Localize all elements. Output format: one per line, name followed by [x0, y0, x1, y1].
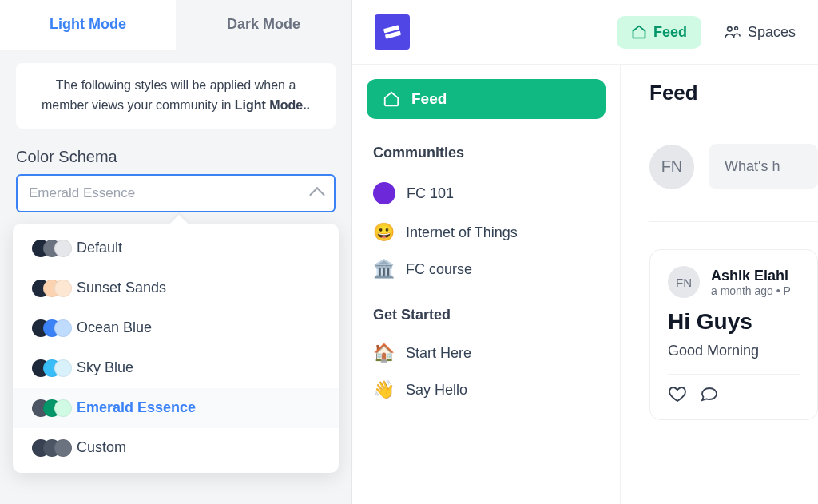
option-label: Default: [77, 240, 122, 256]
get-started-label: Start Here: [406, 345, 471, 362]
color-option-emerald-essence[interactable]: Emerald Essence: [13, 388, 339, 428]
preview-panel: Feed Spaces Feed Communities FC 101😀Inte…: [352, 0, 818, 504]
option-label: Sky Blue: [77, 359, 133, 376]
theme-editor-panel: Light Mode Dark Mode The following style…: [0, 0, 352, 504]
swatch: [54, 359, 72, 377]
post-header: FN Ashik Elahi a month ago • P: [668, 266, 800, 298]
get-started-item[interactable]: 👋Say Hello: [367, 371, 606, 408]
get-started-emoji-icon: 🏠: [373, 344, 395, 362]
get-started-list: 🏠Start Here👋Say Hello: [367, 335, 606, 408]
comment-icon[interactable]: [700, 384, 719, 403]
chevron-up-icon: [309, 187, 325, 203]
color-option-default[interactable]: Default: [13, 228, 339, 268]
post-body: Good Morning: [668, 343, 800, 359]
app-logo[interactable]: [375, 14, 410, 50]
mode-tabs: Light Mode Dark Mode: [0, 0, 351, 50]
post-card[interactable]: FN Ashik Elahi a month ago • P Hi Guys G…: [649, 249, 818, 420]
composer-placeholder[interactable]: What's h: [709, 144, 818, 189]
option-label: Sunset Sands: [77, 280, 166, 296]
community-item[interactable]: 😀Internet of Things: [367, 214, 606, 251]
preview-main: Feed FN What's h FN Ashik Elahi a month …: [621, 65, 818, 504]
header-spaces-label: Spaces: [748, 24, 796, 41]
tab-light-mode[interactable]: Light Mode: [0, 0, 176, 50]
svg-point-2: [728, 27, 733, 32]
heart-icon[interactable]: [668, 384, 687, 403]
community-emoji-icon: 🏛️: [373, 260, 395, 278]
swatch: [54, 399, 72, 417]
swatch-group: [32, 319, 66, 337]
swatch: [54, 240, 72, 257]
header-spaces-button[interactable]: Spaces: [724, 23, 796, 41]
get-started-heading: Get Started: [367, 302, 606, 328]
sidebar-feed-item[interactable]: Feed: [367, 79, 606, 119]
intro-strong: Light Mode..: [235, 98, 310, 112]
get-started-emoji-icon: 👋: [373, 381, 395, 399]
tab-dark-mode[interactable]: Dark Mode: [176, 0, 351, 50]
community-item[interactable]: FC 101: [367, 173, 606, 214]
color-option-custom[interactable]: Custom: [13, 428, 339, 468]
color-schema-dropdown: DefaultSunset SandsOcean BlueSky BlueEme…: [13, 224, 339, 473]
community-item[interactable]: 🏛️FC course: [367, 251, 606, 288]
user-avatar: FN: [649, 145, 694, 189]
communities-list: FC 101😀Internet of Things🏛️FC course: [367, 173, 606, 288]
logo-icon: [382, 22, 403, 42]
get-started-item[interactable]: 🏠Start Here: [367, 335, 606, 371]
swatch: [54, 439, 72, 457]
option-label: Emerald Essence: [77, 399, 196, 416]
community-emoji-icon: 😀: [373, 224, 395, 241]
sidebar-feed-label: Feed: [411, 90, 447, 108]
communities-heading: Communities: [367, 140, 606, 166]
post-author-avatar: FN: [668, 266, 700, 298]
swatch-group: [32, 359, 66, 377]
color-schema-label: Color Schema: [16, 148, 336, 166]
preview-header: Feed Spaces: [352, 0, 818, 65]
community-label: FC 101: [407, 185, 454, 202]
post-title: Hi Guys: [668, 309, 800, 335]
intro-text-box: The following styles will be applied whe…: [16, 63, 336, 129]
color-option-sky-blue[interactable]: Sky Blue: [13, 348, 339, 388]
community-dot-icon: [373, 182, 395, 204]
post-composer[interactable]: FN What's h: [649, 144, 818, 222]
community-label: FC course: [406, 261, 472, 278]
get-started-label: Say Hello: [406, 382, 467, 399]
swatch-group: [32, 280, 66, 297]
post-actions: [668, 374, 800, 403]
header-actions: Feed Spaces: [617, 16, 796, 49]
home-icon: [631, 24, 647, 40]
post-meta: a month ago • P: [711, 284, 791, 297]
swatch: [54, 319, 72, 337]
swatch: [54, 280, 72, 297]
swatch-group: [32, 439, 66, 457]
header-feed-label: Feed: [653, 24, 687, 41]
preview-body: Feed Communities FC 101😀Internet of Thin…: [352, 65, 818, 504]
color-schema-selected-value: Emerald Essence: [29, 185, 135, 201]
community-label: Internet of Things: [406, 224, 518, 241]
color-option-sunset-sands[interactable]: Sunset Sands: [13, 268, 339, 308]
option-label: Custom: [77, 439, 126, 456]
color-schema-select[interactable]: Emerald Essence: [16, 174, 336, 212]
svg-point-3: [735, 27, 738, 30]
swatch-group: [32, 399, 66, 417]
post-author-name: Ashik Elahi: [711, 268, 791, 284]
spaces-icon: [724, 23, 741, 41]
preview-sidebar: Feed Communities FC 101😀Internet of Thin…: [352, 65, 621, 504]
feed-title: Feed: [649, 81, 818, 105]
home-icon: [383, 90, 400, 108]
option-label: Ocean Blue: [77, 319, 152, 336]
color-option-ocean-blue[interactable]: Ocean Blue: [13, 308, 339, 348]
header-feed-button[interactable]: Feed: [617, 16, 701, 49]
swatch-group: [32, 240, 66, 257]
